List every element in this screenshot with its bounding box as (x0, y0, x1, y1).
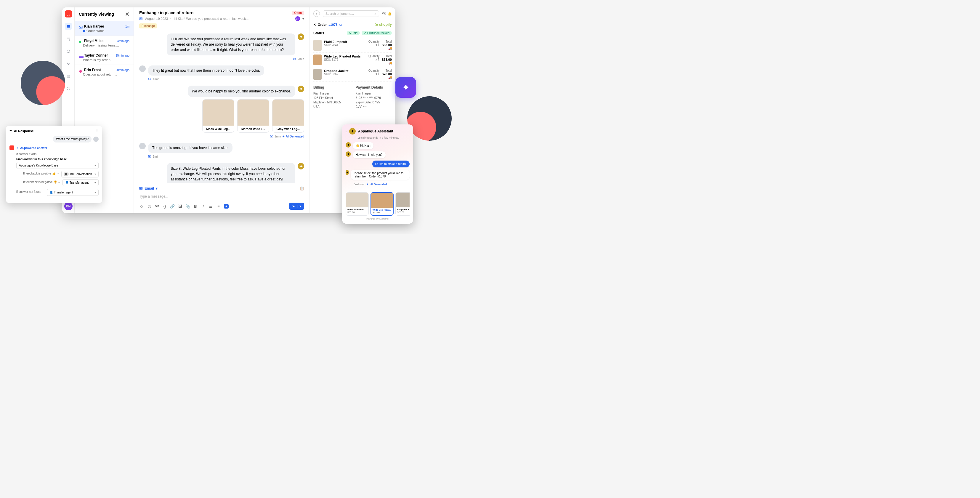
conversation-item[interactable]: ● Floyd Miles 4min ago Delivery missing … (75, 35, 134, 50)
list-icon[interactable]: ☰ (208, 204, 213, 208)
tag-badge[interactable]: Exchange (139, 24, 157, 29)
email-icon: ✉ (79, 25, 82, 28)
action-selector[interactable]: 👤 Transfer agent▾ (47, 189, 99, 196)
product-thumb (313, 40, 321, 51)
product-card[interactable]: Moss Wide Leg... (202, 99, 234, 133)
user-avatar (93, 137, 99, 142)
message-input[interactable]: Type a message... (139, 193, 304, 203)
svg-point-11 (67, 77, 67, 77)
order-id-link[interactable]: #1078 (328, 23, 337, 26)
product-thumb (313, 54, 321, 65)
product-option[interactable]: Cropped J...$78.00 (395, 192, 410, 216)
svg-point-3 (69, 40, 70, 41)
svg-point-13 (69, 77, 70, 77)
customer-photo (407, 96, 452, 141)
user-avatar[interactable]: BN (64, 202, 73, 210)
gif-icon[interactable]: GIF (154, 205, 159, 208)
svg-point-9 (68, 76, 68, 76)
assistant-message: Please select the product you'd like to … (351, 170, 410, 180)
message-composer: ✉ Email ▾ 📋 Type a message... ☺ ◎ GIF {}… (134, 183, 310, 213)
italic-icon[interactable]: I (201, 204, 205, 208)
product-card[interactable]: Maroon Wide L... (237, 99, 269, 133)
email-icon: ✉ (139, 186, 143, 191)
inbox-icon[interactable] (65, 23, 72, 30)
agent-photo (21, 61, 65, 105)
conversation-item[interactable]: ✉ Kian Harper 1m Order status (75, 21, 134, 35)
assistant-avatar: ✦ (349, 128, 356, 135)
external-link-icon[interactable]: ⧉ (339, 23, 342, 27)
attachment-icon[interactable]: 📎 (185, 204, 190, 208)
conversation-item[interactable]: ▬ Taylor Conner 15min ago Where is my or… (75, 50, 134, 65)
svg-point-6 (68, 75, 68, 75)
map-icon[interactable]: 🗺 (382, 12, 385, 16)
fulfilled-badge: ✓ Fullfilled/Tracked (362, 31, 392, 35)
conversation-item[interactable]: ◆ Erin Frost 20min ago Question about re… (75, 65, 134, 79)
ai-powered-label[interactable]: AI-powered answer (20, 146, 48, 150)
truck-icon: 🚚 (382, 61, 392, 65)
svg-point-7 (69, 75, 70, 75)
close-icon[interactable]: ✕ (125, 11, 129, 18)
clipboard-icon[interactable]: 📋 (300, 186, 304, 191)
more-icon[interactable]: ⋮ (95, 129, 99, 133)
code-icon[interactable]: {} (162, 204, 167, 208)
agent-message: We would be happy to help you find anoth… (188, 86, 295, 97)
conversation-pane: Exchange in place of return Open ✉ Augus… (134, 7, 310, 213)
assistant-message: 👋 Hi, Kian (353, 142, 374, 149)
ordered-list-icon[interactable]: ≡ (216, 204, 221, 208)
svg-point-4 (67, 50, 70, 53)
conversation-date: August 19 2023 (145, 17, 168, 21)
ai-assist-button[interactable]: ✦ (224, 204, 229, 208)
condition-label: if answer exists (16, 153, 99, 156)
bold-icon[interactable]: B (193, 204, 198, 208)
pulse-icon[interactable] (65, 60, 72, 67)
search-input[interactable]: Search or jump to...⌕ (323, 10, 379, 17)
image-icon[interactable]: 🖼 (178, 204, 183, 208)
back-icon[interactable]: ‹ (345, 129, 347, 133)
response-time-label: Typically responds in a few minutes. (345, 136, 410, 139)
find-answer-label: Find answer in this knowledge base (16, 158, 99, 161)
target-icon[interactable]: ◎ (147, 204, 152, 208)
refresh-icon[interactable] (65, 48, 72, 55)
emoji-icon[interactable]: ☺ (139, 204, 144, 208)
agent-avatar: ✦ (298, 33, 304, 40)
link-icon[interactable]: 🔗 (170, 204, 175, 208)
whatsapp-icon: ● (79, 39, 82, 43)
action-selector[interactable]: 👤 Transfer agent▾ (62, 179, 99, 186)
chevron-down-icon[interactable]: ▾ (302, 17, 304, 21)
svg-point-10 (69, 76, 70, 76)
bell-icon[interactable]: 🔔 (388, 12, 392, 16)
search-list-icon[interactable] (65, 35, 72, 42)
kb-selector[interactable]: Appalogue's Knowledge Base▾ (16, 162, 99, 169)
user-question: What's the return policy? (53, 136, 92, 143)
close-icon[interactable]: ✕ (313, 23, 316, 27)
svg-point-8 (67, 76, 67, 76)
brand-logo: ◡ (65, 10, 72, 18)
line-item: Wide Leg Pleated PantsSKU: 3179 Quantity… (313, 53, 392, 67)
channel-selector[interactable]: Email (145, 186, 154, 191)
truck-icon: 🚚 (382, 47, 392, 50)
product-card[interactable]: Gray Wide Leg... (272, 99, 304, 133)
assistant-message: How can I help you? (353, 151, 386, 158)
payment-block: Payment Details Kian Harper 5123-****-**… (356, 85, 392, 109)
settings-icon[interactable] (65, 85, 72, 92)
svg-point-12 (68, 77, 68, 77)
agent-message: Hi Kian! We see you processed a return l… (167, 33, 295, 56)
customer-message: They fit great but now that I see them i… (148, 65, 264, 76)
ai-app-icon: ✦ (395, 77, 416, 98)
action-selector[interactable]: 🔳 End Conversation▾ (61, 171, 99, 177)
add-button[interactable]: + (313, 10, 320, 17)
apps-icon[interactable] (65, 73, 72, 80)
assistant-widget: ‹ ✦ Appalogue Assistant Typically respon… (342, 124, 413, 224)
product-option[interactable]: Wide Leg Pleat...$42.00 (371, 192, 394, 216)
assistant-avatar: ✦ (345, 170, 349, 175)
product-option[interactable]: Plaid Jumpsuit...$63.00 (345, 192, 369, 216)
paid-badge: $ Paid (347, 31, 360, 35)
chevron-down-icon[interactable]: ▾ (156, 186, 158, 191)
line-item: Cropped JacketSKU: 5362 Quantityx 1 Tota… (313, 67, 392, 82)
powered-by-label: Powered by Kustomer (345, 218, 410, 220)
send-button[interactable]: ➤ | ▾ (289, 203, 304, 210)
assistant-avatar: ✦ (345, 151, 351, 157)
composer-toolbar: ☺ ◎ GIF {} 🔗 🖼 📎 B I ☰ ≡ ✦ ➤ | ▾ (139, 203, 304, 210)
assignee-avatar[interactable]: BN (295, 16, 300, 21)
conv-list-title: Currently Viewing (79, 12, 114, 17)
